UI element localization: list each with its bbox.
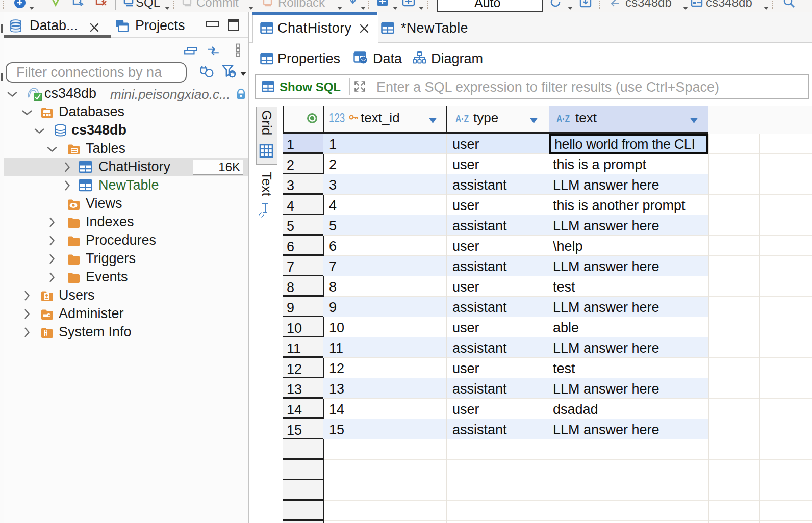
svg-text:<>: <> [361, 58, 366, 63]
